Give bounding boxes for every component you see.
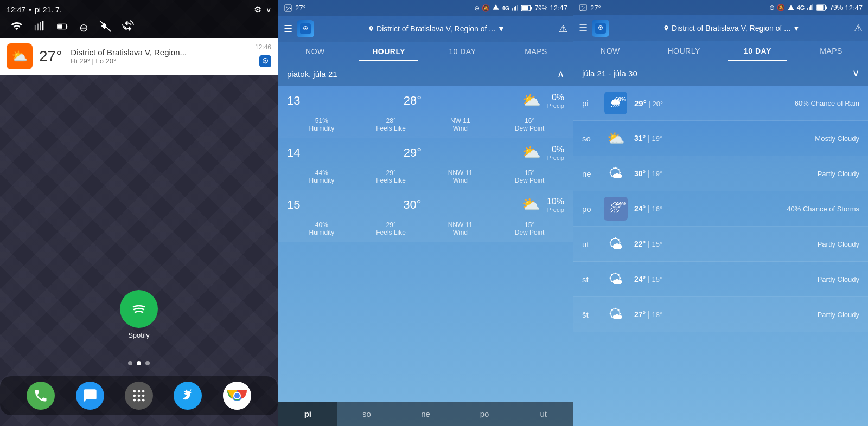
notification-text: District of Bratislava V, Region... Hi 2…: [71, 48, 271, 65]
notification-location: District of Bratislava V, Region...: [71, 48, 271, 57]
svg-rect-31: [515, 5, 516, 10]
chrome-app[interactable]: [223, 382, 251, 410]
svg-rect-6: [66, 25, 67, 28]
hourly-row-3-main: 15 30° ⛅ 10% Precip: [278, 190, 573, 219]
hamburger-menu-icon[interactable]: ☰: [284, 23, 292, 35]
tab-10day[interactable]: 10 DAY: [426, 42, 500, 61]
weather-app-header: ☰ District of Bratislava V, Region of ..…: [278, 16, 573, 42]
hourly-row-2-main: 14 29° ⛅ 0% Precip: [278, 138, 573, 167]
page-indicator: [128, 361, 150, 365]
fc-icon-st: 🌤: [604, 267, 628, 291]
hourly-row-2: 14 29° ⛅ 0% Precip 44% Humidity 29° Feel…: [278, 138, 573, 190]
image-icon: [284, 4, 292, 12]
dew-2: 15° Dew Point: [495, 169, 564, 184]
tab-hourly-3[interactable]: HOURLY: [647, 41, 721, 61]
svg-point-20: [142, 399, 145, 402]
svg-point-13: [138, 390, 141, 393]
page-dot-2: [137, 361, 141, 365]
temp-2: 29°: [310, 146, 515, 160]
fc-icon-st2: 🌤: [604, 302, 628, 326]
weather-app-logo-3: [592, 20, 609, 37]
svg-rect-35: [531, 7, 532, 9]
location-dropdown-icon-3[interactable]: ▼: [793, 24, 800, 33]
precip-1: 0% Precip: [547, 93, 564, 109]
svg-point-19: [138, 399, 141, 402]
app-drawer[interactable]: [125, 382, 153, 410]
tab-now-3[interactable]: NOW: [573, 41, 647, 61]
battery-icon: [56, 21, 68, 35]
day-tab-pi[interactable]: pi: [278, 402, 337, 426]
notification-weather-icon: ⛅: [7, 43, 33, 69]
location-label-3: District of Bratislava V, Region of ... …: [614, 24, 850, 33]
image-icon-3: [579, 3, 588, 12]
precip-3: 10% Precip: [547, 197, 564, 213]
location-text: District of Bratislava V, Region of ...: [376, 24, 495, 33]
clock-2: 12:47: [550, 4, 567, 12]
status-left-3: 27°: [579, 3, 601, 12]
status-temp-3: 27°: [590, 4, 601, 12]
weather-notification[interactable]: ⛅ 27° District of Bratislava V, Region..…: [0, 38, 278, 75]
location-label: District of Bratislava V, Region of ... …: [318, 24, 554, 33]
svg-point-16: [138, 395, 141, 397]
tenday-section-header: júla 21 - júla 30 ∨: [573, 61, 868, 86]
messages-app[interactable]: [76, 382, 104, 410]
status-left: 27°: [284, 4, 306, 12]
svg-rect-0: [35, 25, 36, 30]
spacer: [278, 242, 573, 402]
day-tab-po[interactable]: po: [455, 402, 514, 426]
separator-dot: •: [29, 5, 31, 14]
notification-off-icon-3: 🔕: [777, 4, 785, 11]
weather-tabs-3: NOW HOURLY 10 DAY MAPS: [573, 41, 868, 61]
fc-icon-ne: 🌤: [604, 162, 628, 185]
status-right: ⊖ 🔕 4G 79% 12:47: [474, 3, 567, 12]
collapse-icon[interactable]: ∧: [557, 68, 564, 80]
tab-maps[interactable]: MAPS: [499, 42, 573, 61]
phone-app[interactable]: [27, 382, 55, 410]
day-tab-so[interactable]: so: [337, 402, 397, 426]
wind-3: NNW 11 Wind: [426, 221, 495, 236]
hamburger-menu-icon-3[interactable]: ☰: [579, 22, 588, 34]
day-tab-ut[interactable]: ut: [514, 402, 573, 426]
spotify-app-icon[interactable]: Spotify: [120, 290, 158, 339]
svg-rect-30: [514, 7, 515, 10]
location-dropdown-icon[interactable]: ▼: [497, 24, 505, 33]
fc-temps-pi: 29° | 20°: [634, 99, 788, 108]
chevron-down-icon[interactable]: ∨: [266, 5, 271, 14]
tab-10day-3[interactable]: 10 DAY: [721, 41, 795, 61]
forecast-row-st: st 🌤 24° | 15° Partly Cloudy: [573, 262, 868, 297]
fc-temps-so: 31° | 19°: [634, 134, 808, 143]
day-tab-ne[interactable]: ne: [396, 402, 455, 426]
twitter-app[interactable]: [174, 382, 202, 410]
hour-2: 14: [287, 146, 303, 160]
forecast-row-st2: št 🌤 27° | 18° Partly Cloudy: [573, 297, 868, 332]
signal-bars-icon: [512, 4, 519, 12]
app-dock: [0, 376, 278, 415]
alert-icon[interactable]: ⚠: [559, 23, 567, 35]
location-pin-icon: [368, 25, 374, 33]
tab-maps-3[interactable]: MAPS: [794, 41, 868, 61]
tab-hourly[interactable]: HOURLY: [352, 42, 426, 61]
expand-icon[interactable]: ∨: [852, 67, 859, 79]
alert-icon-3[interactable]: ⚠: [854, 22, 863, 34]
svg-rect-43: [809, 7, 810, 10]
signal-icon-3: [787, 4, 795, 11]
notification-off-icon: 🔕: [482, 4, 490, 12]
fc-icon-ut: 🌤: [604, 232, 628, 256]
quick-settings-bar: ⊖: [0, 17, 278, 38]
battery-icon-3: [816, 4, 827, 11]
fc-condition-po: 40% Chance of Storms: [787, 205, 859, 213]
svg-point-27: [286, 6, 288, 7]
fc-condition-st: Partly Cloudy: [818, 275, 859, 283]
tab-now[interactable]: NOW: [278, 42, 352, 61]
svg-marker-41: [788, 5, 794, 10]
battery-pct-3: 79%: [829, 4, 843, 11]
svg-rect-48: [826, 7, 827, 9]
status-bar: 12:47 • pi 21. 7. ⚙ ∨: [0, 0, 278, 17]
precip-2: 0% Precip: [547, 145, 564, 161]
svg-point-10: [264, 60, 266, 61]
svg-rect-1: [37, 23, 39, 30]
svg-rect-5: [58, 24, 62, 28]
gear-icon[interactable]: ⚙: [254, 4, 261, 15]
lte-label: 4G: [502, 5, 510, 11]
fc-temps-po: 24° | 16°: [634, 204, 780, 213]
